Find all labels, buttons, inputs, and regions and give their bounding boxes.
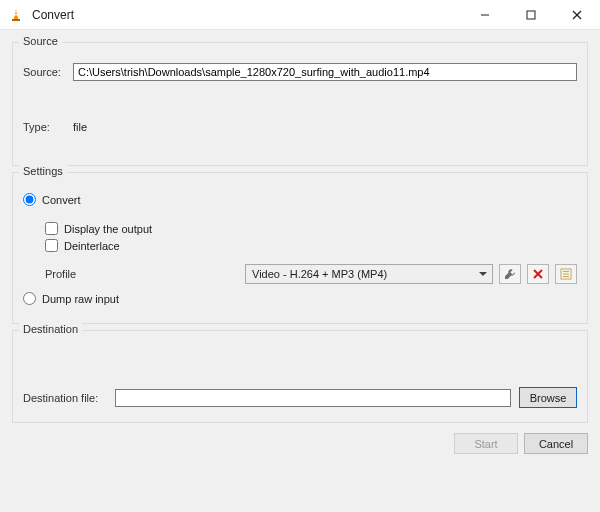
delete-profile-button[interactable] bbox=[527, 264, 549, 284]
type-label: Type: bbox=[23, 121, 63, 133]
footer: Start Cancel bbox=[0, 423, 600, 466]
settings-group-label: Settings bbox=[19, 165, 67, 177]
svg-rect-1 bbox=[14, 11, 17, 12]
destination-file-label: Destination file: bbox=[23, 392, 115, 404]
destination-group: Destination Destination file: Browse bbox=[12, 330, 588, 423]
convert-radio-label: Convert bbox=[42, 194, 81, 206]
svg-marker-0 bbox=[14, 9, 18, 19]
convert-radio-row[interactable]: Convert bbox=[23, 193, 577, 206]
window-title: Convert bbox=[32, 8, 74, 22]
display-output-check-row[interactable]: Display the output bbox=[45, 222, 577, 235]
settings-group: Settings Convert Display the output Dein… bbox=[12, 172, 588, 324]
svg-rect-2 bbox=[14, 14, 18, 15]
content: Source Source: Type: file Settings Conve… bbox=[0, 30, 600, 423]
display-output-label: Display the output bbox=[64, 223, 152, 235]
profile-row: Profile Video - H.264 + MP3 (MP4) bbox=[45, 264, 577, 284]
dump-raw-radio-row[interactable]: Dump raw input bbox=[23, 292, 577, 305]
source-row: Source: bbox=[23, 63, 577, 81]
chevron-down-icon bbox=[474, 265, 492, 283]
destination-group-label: Destination bbox=[19, 323, 82, 335]
type-row: Type: file bbox=[23, 121, 577, 133]
delete-x-icon bbox=[533, 269, 543, 279]
svg-marker-8 bbox=[479, 272, 487, 276]
browse-button-label: Browse bbox=[530, 392, 567, 404]
deinterlace-label: Deinterlace bbox=[64, 240, 120, 252]
vlc-cone-icon bbox=[8, 7, 24, 23]
display-output-checkbox[interactable] bbox=[45, 222, 58, 235]
destination-file-row: Destination file: Browse bbox=[23, 387, 577, 408]
source-group: Source Source: Type: file bbox=[12, 42, 588, 166]
source-path-input[interactable] bbox=[73, 63, 577, 81]
convert-radio[interactable] bbox=[23, 193, 36, 206]
new-profile-icon bbox=[560, 268, 572, 280]
start-button[interactable]: Start bbox=[454, 433, 518, 454]
minimize-button[interactable] bbox=[462, 0, 508, 30]
cancel-button-label: Cancel bbox=[539, 438, 573, 450]
profile-select[interactable]: Video - H.264 + MP3 (MP4) bbox=[245, 264, 493, 284]
deinterlace-check-row[interactable]: Deinterlace bbox=[45, 239, 577, 252]
svg-rect-3 bbox=[12, 19, 20, 21]
new-profile-button[interactable] bbox=[555, 264, 577, 284]
start-button-label: Start bbox=[474, 438, 497, 450]
source-label: Source: bbox=[23, 66, 73, 78]
profile-label: Profile bbox=[45, 268, 245, 280]
source-group-label: Source bbox=[19, 35, 62, 47]
type-value: file bbox=[73, 121, 87, 133]
svg-rect-5 bbox=[527, 11, 535, 19]
maximize-button[interactable] bbox=[508, 0, 554, 30]
destination-file-input[interactable] bbox=[115, 389, 511, 407]
wrench-icon bbox=[504, 268, 516, 280]
deinterlace-checkbox[interactable] bbox=[45, 239, 58, 252]
profile-selected-value: Video - H.264 + MP3 (MP4) bbox=[246, 265, 474, 283]
edit-profile-button[interactable] bbox=[499, 264, 521, 284]
close-button[interactable] bbox=[554, 0, 600, 30]
cancel-button[interactable]: Cancel bbox=[524, 433, 588, 454]
browse-button[interactable]: Browse bbox=[519, 387, 577, 408]
dump-raw-radio[interactable] bbox=[23, 292, 36, 305]
dump-raw-radio-label: Dump raw input bbox=[42, 293, 119, 305]
titlebar: Convert bbox=[0, 0, 600, 30]
